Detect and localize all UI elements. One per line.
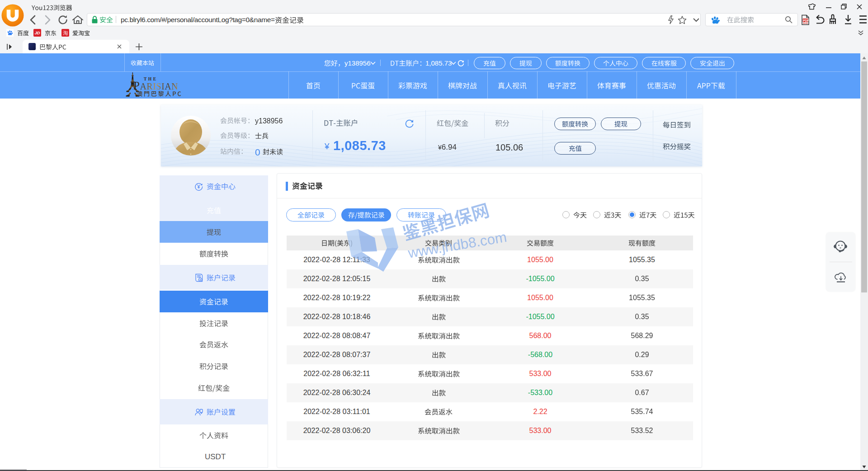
svg-text:PDF: PDF: [803, 19, 809, 22]
